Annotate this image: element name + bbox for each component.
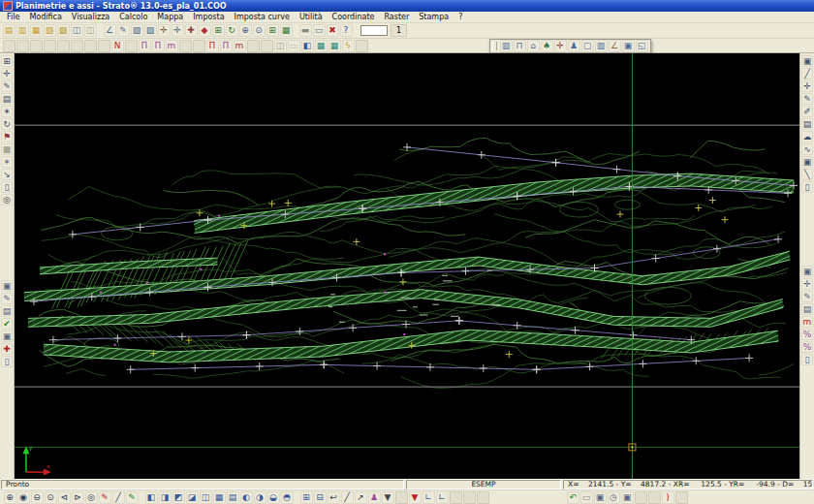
profile-b-button[interactable]: ∟ [436,491,449,504]
view-1-button[interactable]: ◧ [145,491,158,504]
view-3-button[interactable]: ◩ [172,491,185,504]
menu-item[interactable]: Mappa [152,13,188,21]
filter-red-button[interactable]: ▼ [409,491,422,504]
pencil-a-button[interactable]: ✎ [801,93,813,105]
profile-a-button[interactable]: ∟ [423,491,435,504]
search-button[interactable]: ◎ [1,194,13,205]
merge-button[interactable]: ▨ [57,24,70,37]
slope-m-button[interactable]: m [166,40,178,52]
image-button[interactable]: ▣ [801,156,813,168]
m-red-button[interactable]: m [801,316,813,328]
slash-button[interactable]: ╲ [801,169,813,180]
sphere-2-button[interactable]: ◑ [254,491,266,504]
tree-button[interactable]: ♠ [541,40,553,52]
track-a-button[interactable]: Π [139,40,151,52]
greenline-button[interactable]: ✎ [126,491,139,504]
import-button[interactable]: ▧ [44,24,56,37]
track-d-button[interactable]: Π [220,40,233,52]
north-arrow-button[interactable]: N [111,40,124,52]
sphere-1-button[interactable]: ◐ [240,491,253,504]
cloud-button[interactable]: ☁ [801,131,813,142]
sphere-3-button[interactable]: ◒ [267,491,280,504]
zoom-out-button[interactable]: ⊖ [31,491,44,504]
menu-item[interactable]: ? [454,13,467,21]
line-button[interactable]: ╱ [801,68,813,79]
refresh-button[interactable]: ↻ [226,24,238,37]
rotate-button[interactable]: ↻ [1,118,13,130]
redline-button[interactable]: ✎ [99,491,111,504]
building-button[interactable]: ⌂ [527,40,540,52]
return-button[interactable]: ↩ [328,491,340,504]
view-4-button[interactable]: ◪ [186,491,199,504]
filter-button[interactable]: ▼ [382,491,394,504]
draw-a-button[interactable]: ╱ [341,491,354,504]
photo-button[interactable]: ▣ [622,40,635,52]
picket-tool-button[interactable]: ⊞ [212,24,225,37]
edit-plan-button[interactable]: ▣ [801,55,813,67]
zoom-next-button[interactable]: ⊳ [72,491,84,504]
line-2-button[interactable]: ╱ [112,491,125,504]
delete-tool-button[interactable]: ◆ [199,24,211,37]
comment-button[interactable]: ▭ [313,24,326,37]
zoom-in-button[interactable]: ⊕ [4,491,16,504]
draw-button[interactable]: ✎ [1,80,13,92]
zoom-box-button[interactable]: ⊞ [1,55,13,67]
track-c-button[interactable]: Π [206,40,219,52]
open-project-button[interactable]: ▦ [30,24,43,37]
delete-all-button[interactable]: ✖ [327,24,339,37]
save-all-button[interactable]: ◫ [84,24,97,37]
pan-button[interactable]: ✛ [1,68,13,79]
save-button[interactable]: ◫ [71,24,83,37]
check-button[interactable]: ✔ [1,318,13,330]
menu-item[interactable]: Coordinate [328,13,380,21]
new-file-button[interactable]: ▤ [3,24,16,37]
edit-region-button[interactable]: ▧ [131,24,143,37]
add-point-button[interactable]: ✚ [1,343,13,355]
drawing-canvas[interactable]: yx [15,53,799,479]
monument-button[interactable]: ♟ [568,40,580,52]
scale-input[interactable] [360,25,388,36]
doc-2-button[interactable]: ▣ [621,491,634,504]
slope-m2-button[interactable]: m [234,40,246,52]
fill-button[interactable]: ■ [1,143,13,155]
hatch-tool-button[interactable]: ▨ [144,24,157,37]
wave-button[interactable]: ∿ [801,143,813,155]
station-tool-button[interactable]: ✚ [185,24,198,37]
toolbar-grip[interactable] [492,42,497,50]
star-button[interactable]: ✶ [1,156,13,168]
view-window-button[interactable]: ◧ [301,40,314,52]
view-6-button[interactable]: ▦ [213,491,226,504]
move-b-button[interactable]: ✛ [801,278,813,290]
image-b-button[interactable]: ▣ [801,266,813,277]
scale-value[interactable]: 1 [391,24,407,37]
photo-2-button[interactable]: ▣ [594,491,607,504]
note-b-button[interactable]: ▤ [801,303,813,315]
menu-item[interactable]: Calcolo [114,13,152,21]
blank-2-button[interactable]: ▭ [580,491,593,504]
flash-button[interactable]: ϟ [342,40,355,52]
cross-marker-button[interactable]: ✛ [554,40,567,52]
draw-b-button[interactable]: ↗ [355,491,367,504]
sketch-button[interactable]: ✎ [1,293,13,304]
undo-view-button[interactable]: ↶ [567,491,579,504]
sheet-button[interactable]: ▯ [1,181,13,193]
menu-item[interactable]: Utilità [295,13,328,21]
doc-button[interactable]: ▯ [801,181,813,193]
menu-item[interactable]: Imposta [188,13,229,21]
zoom-dynamic-button[interactable]: ◎ [85,491,98,504]
pencil-b-button[interactable]: ✐ [801,106,813,117]
view-7-button[interactable]: ▤ [227,491,239,504]
flag-button[interactable]: ⚑ [1,131,13,142]
copy-sheet-button[interactable]: ◱ [636,40,648,52]
paren-red-button[interactable]: ) [662,491,674,504]
person-button[interactable]: ♟ [368,491,381,504]
blank-button[interactable]: ▭ [288,40,300,52]
note-a-button[interactable]: ▤ [801,118,813,130]
grid-button[interactable]: ⊞ [266,24,279,37]
menu-item[interactable]: Modifica [24,13,66,21]
section-button[interactable]: ▥ [595,40,608,52]
layers-button[interactable]: ▤ [1,305,13,317]
zoom-window-button[interactable]: ⊕ [239,24,252,37]
profile-view-button[interactable]: ▥ [500,40,513,52]
grid-a-button[interactable]: ⊞ [300,491,313,504]
